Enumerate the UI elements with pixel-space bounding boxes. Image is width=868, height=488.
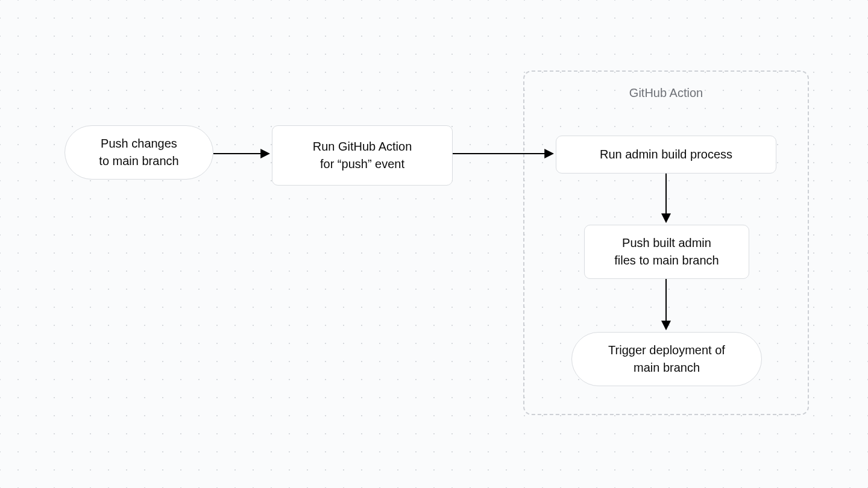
group-label: GitHub Action — [524, 86, 808, 100]
node-run-action: Run GitHub Action for “push” event — [272, 125, 453, 186]
node-text: Push built admin files to main branch — [614, 234, 719, 269]
node-text: Push changes to main branch — [99, 135, 178, 170]
node-text: Trigger deployment of main branch — [608, 342, 725, 377]
node-push-built: Push built admin files to main branch — [584, 225, 749, 279]
diagram-canvas: GitHub Action Push changes to main branc… — [0, 0, 868, 488]
node-build: Run admin build process — [556, 136, 776, 174]
node-text: Run GitHub Action for “push” event — [313, 138, 412, 173]
node-deploy: Trigger deployment of main branch — [571, 332, 762, 386]
node-push-changes: Push changes to main branch — [64, 125, 213, 180]
node-text: Run admin build process — [600, 146, 732, 163]
